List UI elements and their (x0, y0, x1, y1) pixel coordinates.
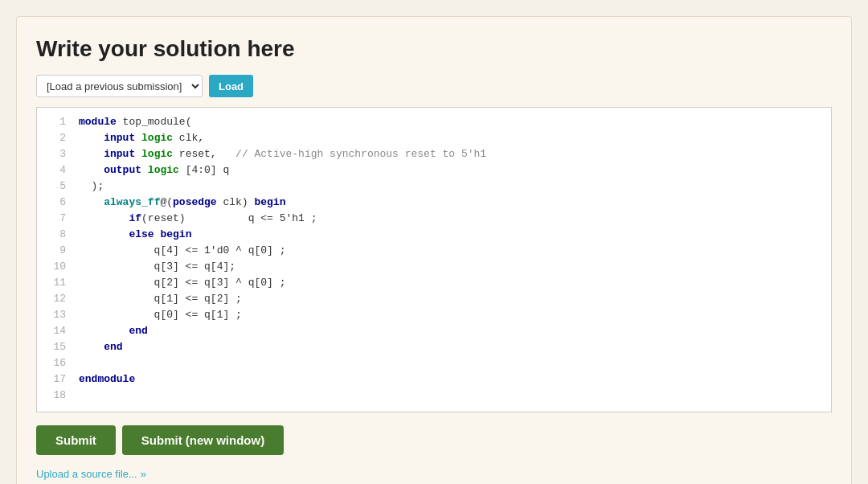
line-content: input logic clk, (79, 130, 825, 146)
code-line: 15 end (37, 339, 831, 355)
code-line: 1module top_module( (37, 114, 831, 130)
line-content: q[0] <= q[1] ; (79, 307, 825, 323)
submit-button[interactable]: Submit (36, 425, 116, 455)
page-title: Write your solution here (36, 36, 832, 62)
line-number: 4 (43, 162, 66, 178)
line-content: else begin (79, 227, 825, 243)
main-container: Write your solution here [Load a previou… (16, 16, 852, 484)
line-number: 12 (43, 291, 66, 307)
line-content: module top_module( (79, 114, 825, 130)
code-line: 13 q[0] <= q[1] ; (37, 307, 831, 323)
code-line: 16 (37, 355, 831, 371)
code-line: 9 q[4] <= 1'd0 ^ q[0] ; (37, 243, 831, 259)
line-content: q[1] <= q[2] ; (79, 291, 825, 307)
upload-source-link[interactable]: Upload a source file... (36, 468, 137, 480)
upload-label: Upload a source file... (36, 468, 137, 480)
line-content: q[4] <= 1'd0 ^ q[0] ; (79, 243, 825, 259)
code-line: 4 output logic [4:0] q (37, 162, 831, 178)
line-number: 2 (43, 130, 66, 146)
code-line: 18 (37, 388, 831, 404)
code-line: 6 always_ff@(posedge clk) begin (37, 195, 831, 211)
submission-select[interactable]: [Load a previous submission] (36, 75, 203, 97)
chevron-icon: » (141, 468, 146, 480)
code-line: 17endmodule (37, 371, 831, 388)
line-number: 18 (43, 388, 66, 404)
line-content (79, 388, 825, 404)
line-content: if(reset) q <= 5'h1 ; (79, 211, 825, 227)
line-number: 3 (43, 146, 66, 162)
line-number: 5 (43, 178, 66, 195)
line-number: 1 (43, 114, 66, 130)
load-button[interactable]: Load (209, 75, 253, 97)
code-line: 11 q[2] <= q[3] ^ q[0] ; (37, 275, 831, 291)
line-content: endmodule (79, 371, 825, 388)
line-content: q[2] <= q[3] ^ q[0] ; (79, 275, 825, 291)
code-line: 8 else begin (37, 227, 831, 243)
line-number: 17 (43, 371, 66, 388)
buttons-row: Submit Submit (new window) (36, 425, 832, 455)
line-number: 9 (43, 243, 66, 259)
line-number: 15 (43, 339, 66, 355)
code-editor[interactable]: 1module top_module(2 input logic clk,3 i… (36, 107, 832, 412)
code-line: 14 end (37, 323, 831, 339)
code-line: 3 input logic reset, // Active-high sync… (37, 146, 831, 162)
line-number: 7 (43, 211, 66, 227)
code-line: 2 input logic clk, (37, 130, 831, 146)
line-number: 14 (43, 323, 66, 339)
line-content (79, 355, 825, 371)
line-content: always_ff@(posedge clk) begin (79, 195, 825, 211)
line-number: 16 (43, 355, 66, 371)
line-content: end (79, 339, 825, 355)
line-number: 11 (43, 275, 66, 291)
toolbar: [Load a previous submission] Load (36, 75, 832, 97)
code-line: 10 q[3] <= q[4]; (37, 259, 831, 275)
line-content: end (79, 323, 825, 339)
upload-row: Upload a source file... » (36, 468, 832, 480)
line-number: 13 (43, 307, 66, 323)
line-number: 6 (43, 195, 66, 211)
line-content: output logic [4:0] q (79, 162, 825, 178)
line-number: 8 (43, 227, 66, 243)
code-line: 12 q[1] <= q[2] ; (37, 291, 831, 307)
line-content: ); (79, 178, 825, 195)
line-content: q[3] <= q[4]; (79, 259, 825, 275)
submit-new-window-button[interactable]: Submit (new window) (122, 425, 284, 455)
code-line: 7 if(reset) q <= 5'h1 ; (37, 211, 831, 227)
code-line: 5 ); (37, 178, 831, 195)
line-content: input logic reset, // Active-high synchr… (79, 146, 825, 162)
line-number: 10 (43, 259, 66, 275)
